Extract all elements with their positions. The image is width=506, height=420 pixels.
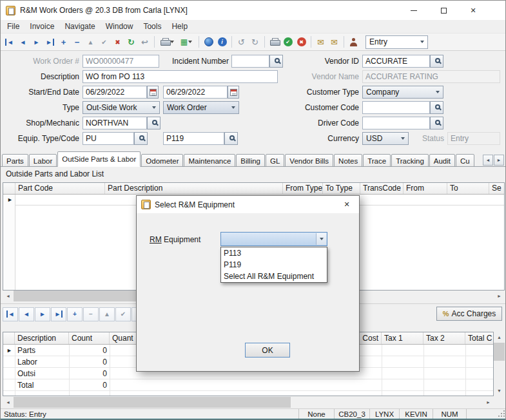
col-total-cost[interactable]: Total C [465, 332, 493, 344]
web-button[interactable] [202, 35, 215, 49]
next-record-button[interactable]: ► [30, 35, 43, 49]
info-button[interactable]: i [215, 35, 229, 49]
user-button[interactable] [347, 35, 360, 49]
delete-record-button[interactable]: − [70, 35, 84, 49]
menu-file[interactable]: File [2, 21, 24, 32]
customer-code-field[interactable] [362, 101, 430, 114]
maximize-button[interactable] [429, 1, 458, 20]
nav-prior-button[interactable]: ◄ [19, 307, 34, 321]
acc-charges-button[interactable]: % Acc Charges [436, 307, 502, 321]
start-date-field[interactable]: 06/29/2022 [83, 86, 147, 99]
scroll-down-button[interactable]: ▼ [494, 385, 505, 396]
tab-vendor-bills[interactable]: Vendor Bills [285, 154, 333, 167]
nav-last-button[interactable]: ► [51, 307, 66, 321]
tab-audit[interactable]: Audit [429, 154, 455, 167]
tab-billing[interactable]: Billing [236, 154, 265, 167]
minimize-button[interactable] [399, 1, 429, 20]
nav-insert-button[interactable]: + [67, 307, 83, 321]
tab-labor[interactable]: Labor [29, 154, 57, 167]
menu-help[interactable]: Help [166, 21, 193, 32]
tab-customer[interactable]: Cu [456, 154, 474, 167]
post-record-button[interactable]: ✔ [97, 35, 111, 49]
tab-notes[interactable]: Notes [334, 154, 362, 167]
tab-tracking[interactable]: Tracking [391, 154, 429, 167]
customer-type-combo[interactable]: Company [362, 86, 443, 99]
rm-equipment-combo[interactable] [220, 232, 327, 246]
col-se[interactable]: Se [489, 183, 505, 194]
tab-scroll-right-button[interactable]: ► [494, 155, 504, 166]
vendor-id-field[interactable]: ACCURATE [362, 55, 430, 68]
col-count[interactable]: Count [69, 332, 110, 344]
start-date-picker-button[interactable] [147, 86, 159, 99]
nav-first-button[interactable]: ◄ [3, 307, 18, 321]
col-part-code[interactable]: Part Code [15, 183, 105, 194]
close-button[interactable]: ✕ [458, 1, 488, 20]
shop-mechanic-field[interactable]: NORTHVAN [83, 117, 147, 129]
cancel-record-button[interactable]: ✖ [111, 35, 124, 49]
type2-combo[interactable]: Work Order [163, 101, 239, 114]
refresh-button[interactable]: ↻ [124, 35, 138, 49]
tab-outside-parts-labor[interactable]: OutSide Parts & Labor [57, 151, 141, 167]
history-forward-button[interactable]: ↻ [248, 35, 262, 49]
nav-delete-button[interactable]: − [83, 307, 99, 321]
col-tax2[interactable]: Tax 2 [423, 332, 465, 344]
scroll-left-button[interactable]: ◄ [3, 397, 14, 408]
col-tax1[interactable]: Tax 1 [382, 332, 423, 344]
scroll-left-button[interactable]: ◄ [3, 291, 14, 301]
end-date-picker-button[interactable] [228, 86, 239, 99]
description-field[interactable]: WO from PO 113 [83, 70, 278, 83]
nav-edit-button[interactable]: ▲ [99, 307, 115, 321]
type-combo[interactable]: Out-Side Work [83, 101, 160, 114]
col-from-type[interactable]: From Type [283, 183, 323, 194]
dropdown-option-p119[interactable]: P119 [221, 259, 327, 271]
combo-dropdown-button[interactable] [316, 233, 326, 245]
vendor-id-lookup-button[interactable] [430, 55, 443, 68]
col-description[interactable]: Description [15, 332, 69, 344]
nav-post-button[interactable]: ✔ [115, 307, 131, 321]
mode-combo[interactable]: Entry [365, 35, 428, 49]
tab-trace[interactable]: Trace [363, 154, 391, 167]
menu-window[interactable]: Window [101, 21, 139, 32]
scrollbar-thumb[interactable] [14, 397, 291, 408]
dropdown-option-p113[interactable]: P113 [221, 247, 327, 259]
scroll-up-button[interactable]: ▲ [494, 332, 505, 343]
ok-button[interactable]: OK [245, 343, 290, 358]
summary-vertical-scrollbar[interactable]: ▲ ▼ [494, 332, 505, 396]
equip-type-field[interactable]: PU [83, 132, 134, 145]
scrollbar-thumb[interactable] [494, 343, 505, 361]
currency-combo[interactable]: USD [362, 132, 409, 145]
driver-code-field[interactable] [362, 117, 430, 129]
tab-maintenance[interactable]: Maintenance [184, 154, 235, 167]
work-order-field[interactable]: WO00000477 [83, 55, 159, 68]
tab-parts[interactable]: Parts [2, 154, 28, 167]
print-preview-button[interactable] [268, 35, 281, 49]
insert-record-button[interactable]: + [57, 35, 70, 49]
equip-type-lookup-button[interactable] [134, 132, 148, 145]
col-transcode[interactable]: TransCode [360, 183, 404, 194]
export-button[interactable]: ▦ [177, 35, 196, 49]
summary-row-total[interactable]: Total 0 [3, 379, 493, 391]
equip-code-lookup-button[interactable] [224, 132, 238, 145]
mail-send-button[interactable]: ✉ [314, 35, 327, 49]
tab-gl[interactable]: GL [266, 154, 284, 167]
driver-code-lookup-button[interactable] [430, 117, 443, 129]
first-record-button[interactable]: ◄ [3, 35, 16, 49]
prior-record-button[interactable]: ◄ [16, 35, 30, 49]
history-back-button[interactable]: ↺ [235, 35, 248, 49]
last-record-button[interactable]: ► [43, 35, 57, 49]
mail-receive-button[interactable]: ✉ [327, 35, 341, 49]
incident-number-field[interactable] [231, 55, 269, 68]
col-from[interactable]: From [404, 183, 447, 194]
scroll-right-button[interactable]: ► [483, 397, 494, 408]
approve-button[interactable]: ✔ [281, 35, 295, 49]
dialog-close-button[interactable]: ✕ [335, 196, 359, 213]
col-to[interactable]: To [447, 183, 489, 194]
dropdown-option-select-all[interactable]: Select All R&M Equipment [221, 271, 327, 282]
edit-record-button[interactable]: ▲ [84, 35, 97, 49]
equip-code-field[interactable]: P119 [163, 132, 224, 145]
end-date-field[interactable]: 06/29/2022 [163, 86, 228, 99]
tab-odometer[interactable]: Odometer [141, 154, 183, 167]
customer-code-lookup-button[interactable] [430, 101, 443, 114]
col-to-type[interactable]: To Type [323, 183, 360, 194]
nav-next-button[interactable]: ► [35, 307, 50, 321]
